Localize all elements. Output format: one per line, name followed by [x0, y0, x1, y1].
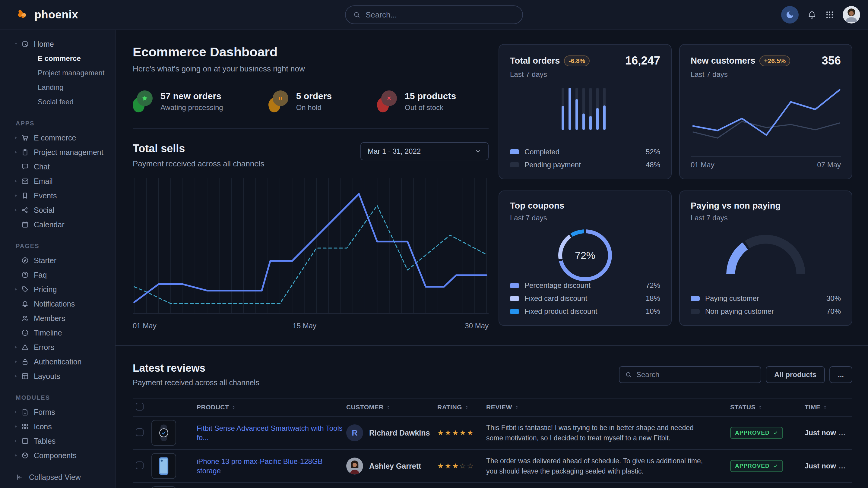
status-badge: APPROVED	[730, 427, 783, 439]
review-text: The order was delivered ahead of schedul…	[486, 456, 730, 476]
customer-name: Ashley Garrett	[369, 462, 421, 470]
sidebar-subitem-social-feed[interactable]: Social feed	[0, 95, 115, 109]
row-checkbox[interactable]	[136, 461, 144, 469]
sidebar-item-tables[interactable]: Tables	[0, 434, 115, 448]
date-range-select[interactable]: Mar 1 - 31, 2022	[361, 142, 489, 160]
sidebar-item-layouts[interactable]: Layouts	[0, 369, 115, 383]
search-input[interactable]	[366, 10, 515, 20]
theme-toggle-button[interactable]	[781, 6, 799, 24]
reviews-search-input[interactable]	[637, 370, 755, 379]
cart-icon	[21, 134, 34, 142]
column-header-product[interactable]: PRODUCT	[197, 403, 346, 411]
phoenix-logo-icon	[16, 8, 30, 22]
collapse-icon	[16, 473, 24, 481]
divider	[133, 128, 489, 129]
chevron-down-icon	[475, 148, 482, 155]
all-products-button[interactable]: All products	[766, 366, 825, 383]
column-header-review[interactable]: REVIEW	[486, 403, 730, 411]
stat-x: 15 products Out of stock	[377, 90, 456, 112]
paying-legend: Paying customer 30% Non-paying customer …	[691, 294, 841, 316]
notifications-button[interactable]	[807, 10, 817, 20]
sidebar-section-label: MODULES	[16, 394, 115, 401]
sidebar-item-forms[interactable]: Forms	[0, 405, 115, 419]
column-header-time[interactable]: TIME	[805, 403, 838, 411]
sidebar-subitem-project-management[interactable]: Project management	[0, 66, 115, 80]
star-empty-icon: ☆	[467, 462, 474, 470]
legend-label: Percentage discount	[525, 281, 591, 290]
collapsed-view-toggle[interactable]: Collapsed View	[0, 466, 115, 488]
sidebar-item-errors[interactable]: Errors	[0, 340, 115, 355]
sidebar-item-pricing[interactable]: Pricing	[0, 282, 115, 297]
navbar-actions	[781, 6, 868, 24]
sidebar-item-authentication[interactable]: Authentication	[0, 355, 115, 369]
stat-value: 15 products	[405, 91, 456, 101]
product-thumbnail[interactable]	[151, 420, 176, 446]
apps-grid-button[interactable]	[825, 10, 834, 19]
top-coupons-card: Top coupons Last 7 days 72% Percentage d…	[499, 191, 672, 326]
row-menu-button[interactable]: …	[838, 429, 846, 437]
caret-right-icon	[14, 150, 21, 154]
caret-right-icon	[14, 424, 21, 429]
pause-badge-icon	[269, 90, 288, 112]
sidebar-item-events[interactable]: Events	[0, 188, 115, 203]
row-checkbox[interactable]	[136, 428, 144, 436]
stat-label: On hold	[296, 103, 332, 112]
reviews-search	[619, 366, 761, 383]
rating-stars: ★★★☆☆	[437, 462, 486, 470]
sidebar-item-home[interactable]: Home	[0, 37, 115, 51]
reviews-subtitle: Payment received across all channels	[133, 378, 259, 387]
column-header-rating[interactable]: RATING	[437, 403, 486, 411]
sidebar-item-calendar[interactable]: Calendar	[0, 217, 115, 232]
sidebar-subitem-e-commerce[interactable]: E commerce	[0, 51, 115, 66]
product-thumbnail[interactable]	[151, 486, 176, 488]
star-empty-icon: ☆	[460, 462, 467, 470]
sidebar-item-starter[interactable]: Starter	[0, 253, 115, 268]
caret-right-icon	[14, 287, 21, 291]
caret-right-icon	[14, 208, 21, 212]
sidebar-item-icons[interactable]: Icons	[0, 419, 115, 434]
card-title: Top coupons	[510, 201, 564, 211]
total-sells-subtitle: Payment received across all channels	[133, 159, 264, 168]
brand-logo[interactable]: phoenix	[16, 8, 78, 22]
sidebar-item-e-commerce[interactable]: E commerce	[0, 131, 115, 145]
sidebar-item-email[interactable]: Email	[0, 174, 115, 188]
sidebar-item-notifications[interactable]: Notifications	[0, 297, 115, 311]
star-filled-icon: ★	[445, 462, 453, 470]
legend-row: Percentage discount 72%	[510, 281, 660, 290]
sidebar-item-faq[interactable]: Faq	[0, 268, 115, 282]
card-title: Paying vs non paying	[691, 201, 780, 211]
moon-icon	[785, 10, 795, 19]
warning-icon	[21, 343, 34, 351]
legend-value: 18%	[646, 294, 660, 303]
new-customers-x-labels: 01 May 07 May	[691, 157, 841, 169]
sidebar-item-chat[interactable]: Chat	[0, 159, 115, 174]
customer-avatar	[346, 458, 363, 475]
sidebar-item-members[interactable]: Members	[0, 311, 115, 326]
orders-legend: Completed 52% Pending payment 48%	[510, 148, 660, 169]
paying-vs-nonpaying-card: Paying vs non paying Last 7 days Paying …	[679, 191, 852, 326]
date-range-value: Mar 1 - 31, 2022	[368, 147, 421, 156]
legend-row: Paying customer 30%	[691, 294, 841, 303]
reviews-menu-button[interactable]: ...	[829, 366, 852, 383]
select-all-checkbox[interactable]	[136, 403, 144, 411]
customer-avatar: R	[346, 424, 363, 441]
legend-value: 52%	[646, 148, 660, 156]
product-link[interactable]: Fitbit Sense Advanced Smartwatch with To…	[197, 424, 343, 442]
card-value: 356	[822, 54, 841, 67]
sidebar-item-project-management[interactable]: Project management	[0, 145, 115, 159]
sidebar-item-components[interactable]: Components	[0, 448, 115, 463]
envelope-icon	[21, 177, 34, 185]
product-thumbnail[interactable]	[151, 453, 176, 479]
column-header-customer[interactable]: CUSTOMER	[346, 403, 437, 411]
order-stats: 57 new orders Awating processing 5 order…	[133, 90, 489, 112]
global-search	[345, 5, 523, 24]
user-avatar[interactable]	[843, 6, 860, 24]
sidebar-item-social[interactable]: Social	[0, 203, 115, 217]
sidebar-item-timeline[interactable]: Timeline	[0, 326, 115, 340]
row-menu-button[interactable]: …	[838, 462, 846, 470]
card-value: 16,247	[625, 54, 660, 67]
column-header-status[interactable]: STATUS	[730, 403, 805, 411]
legend-swatch	[510, 296, 519, 301]
sidebar-subitem-landing[interactable]: Landing	[0, 80, 115, 95]
product-link[interactable]: iPhone 13 pro max-Pacific Blue-128GB sto…	[197, 457, 323, 475]
